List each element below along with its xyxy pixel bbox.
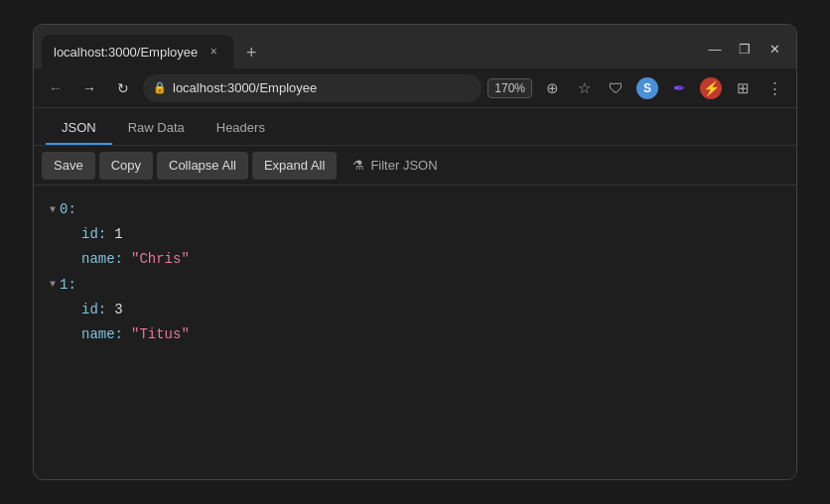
tab-label: localhost:3000/Employee — [54, 45, 198, 60]
filter-icon: ⚗ — [352, 158, 364, 173]
json-entry-0-header: ▼ 0: — [50, 197, 780, 222]
json-entry-1-id: id: 3 — [81, 298, 780, 322]
url-bar[interactable]: 🔒 localhost:3000/Employee — [143, 74, 482, 102]
tab-bar: localhost:3000/Employee × + — ❐ ✕ — [34, 25, 796, 68]
tab-close-icon[interactable]: × — [206, 44, 221, 60]
tab-headers[interactable]: Headers — [201, 112, 281, 145]
copy-button[interactable]: Copy — [99, 152, 153, 180]
json-key-name-1: name: — [81, 322, 123, 347]
json-key-id-1: id: — [81, 298, 106, 322]
active-tab[interactable]: localhost:3000/Employee × — [42, 35, 233, 68]
url-text: localhost:3000/Employee — [173, 80, 472, 95]
back-button[interactable]: ← — [42, 74, 69, 102]
json-value-name-0: "Chris" — [131, 247, 190, 272]
minimize-button[interactable]: — — [701, 35, 729, 63]
filter-json-button[interactable]: ⚗ Filter JSON — [341, 152, 449, 180]
s-logo: S — [636, 77, 658, 99]
json-key-name-0: name: — [81, 247, 123, 272]
circle-red: ⚡ — [700, 77, 722, 99]
json-key-id-0: id: — [81, 222, 106, 247]
bookmark-icon[interactable]: ☆ — [570, 74, 598, 102]
collapse-icon-1[interactable]: ▼ — [50, 276, 56, 294]
json-content: ▼ 0: id: 1 name: "Chris" ▼ 1: id: 3 name… — [34, 186, 796, 479]
save-button[interactable]: Save — [42, 152, 95, 180]
menu-icon[interactable]: ⋮ — [761, 74, 788, 102]
restore-button[interactable]: ❐ — [731, 35, 759, 63]
refresh-button[interactable]: ↻ — [109, 74, 137, 102]
json-entry-0-name: name: "Chris" — [81, 247, 780, 272]
json-entry-0-id: id: 1 — [81, 222, 780, 247]
shield-icon[interactable]: 🛡 — [602, 74, 629, 102]
json-index-0: 0: — [60, 197, 76, 222]
s-icon[interactable]: S — [633, 74, 661, 102]
tab-json[interactable]: JSON — [46, 112, 112, 145]
json-index-1: 1: — [60, 273, 76, 298]
json-tabs: JSON Raw Data Headers — [34, 108, 796, 146]
feather-icon[interactable]: ✒ — [665, 74, 693, 102]
lock-icon: 🔒 — [153, 81, 167, 94]
json-value-id-1: 3 — [114, 298, 122, 322]
zoom-level[interactable]: 170% — [487, 78, 532, 98]
address-bar: ← → ↻ 🔒 localhost:3000/Employee 170% ⊕ ☆… — [34, 68, 796, 108]
json-value-id-0: 1 — [114, 222, 122, 247]
tab-rawdata[interactable]: Raw Data — [112, 112, 201, 145]
json-value-name-1: "Titus" — [131, 322, 190, 347]
window-controls: — ❐ ✕ — [701, 35, 788, 68]
collapse-all-button[interactable]: Collapse All — [157, 152, 248, 180]
new-tab-button[interactable]: + — [237, 39, 265, 66]
extensions-icon[interactable]: ⊞ — [729, 74, 757, 102]
close-button[interactable]: ✕ — [761, 35, 788, 63]
filter-label: Filter JSON — [370, 158, 437, 173]
browser-window: localhost:3000/Employee × + — ❐ ✕ ← → ↻ … — [33, 24, 797, 480]
json-toolbar: Save Copy Collapse All Expand All ⚗ Filt… — [34, 146, 796, 186]
json-entry-1-header: ▼ 1: — [50, 273, 780, 298]
json-entry-1-name: name: "Titus" — [81, 322, 780, 347]
forward-button[interactable]: → — [75, 74, 103, 102]
expand-all-button[interactable]: Expand All — [252, 152, 337, 180]
toolbar-icons: ⊕ ☆ 🛡 S ✒ ⚡ ⊞ ⋮ — [538, 74, 788, 102]
collapse-icon-0[interactable]: ▼ — [50, 201, 56, 219]
circle-red-icon[interactable]: ⚡ — [697, 74, 725, 102]
translate-icon[interactable]: ⊕ — [538, 74, 566, 102]
